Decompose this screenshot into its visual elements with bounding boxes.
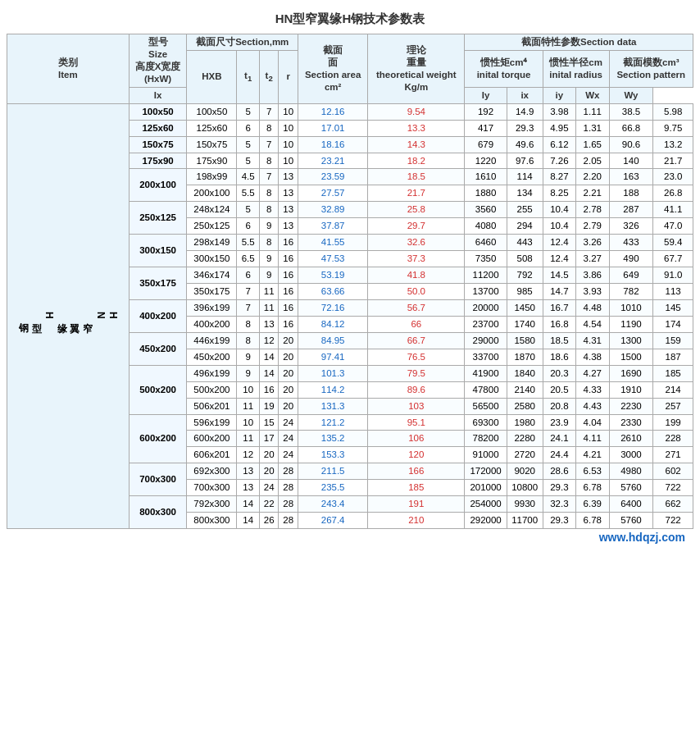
ix-value: 4.95	[543, 120, 575, 136]
ix-value: 20.3	[543, 365, 575, 381]
t2-value: 14	[259, 349, 279, 365]
t1-value: 7	[237, 299, 259, 316]
size-group-label: 175x90	[129, 153, 187, 169]
Wy-value: 257	[653, 398, 693, 414]
size-group-label: 200x100	[129, 169, 187, 202]
iy-value: 2.79	[576, 218, 609, 235]
Iy-value: 97.6	[507, 153, 543, 169]
ix-value: 12.4	[543, 251, 575, 267]
Wx-value: 2610	[609, 431, 653, 447]
r-value: 28	[279, 463, 298, 480]
section-area-value: 47.53	[298, 251, 368, 267]
r-value: 16	[279, 316, 298, 332]
Wy-value: 26.8	[653, 185, 693, 202]
iy-value: 4.48	[576, 299, 609, 316]
Wx-value: 5760	[609, 513, 653, 529]
weight-value: 37.3	[368, 251, 465, 267]
r-value: 24	[279, 447, 298, 463]
ix-value: 18.5	[543, 332, 575, 349]
iy-value: 6.78	[576, 513, 609, 529]
weight-value: 14.3	[368, 136, 465, 153]
size-group-label: 600x200	[129, 414, 187, 463]
t1-value: 8	[237, 332, 259, 349]
Wy-value: 662	[653, 496, 693, 513]
ix-value: 24.1	[543, 431, 575, 447]
section-area-value: 18.16	[298, 136, 368, 153]
r-value: 13	[279, 169, 298, 185]
t2-value: 9	[259, 251, 279, 267]
t2-value: 16	[259, 381, 279, 398]
iy-value: 1.65	[576, 136, 609, 153]
Ix-value: 172000	[465, 463, 507, 480]
weight-value: 29.7	[368, 218, 465, 235]
iy-value: 4.31	[576, 332, 609, 349]
weight-value: 32.6	[368, 235, 465, 251]
t2-value: 8	[259, 153, 279, 169]
t1-value: 10	[237, 381, 259, 398]
size-group-label: 250x125	[129, 202, 187, 235]
Iy-value: 294	[507, 218, 543, 235]
ix-value: 6.12	[543, 136, 575, 153]
size-group-label: 350x175	[129, 267, 187, 300]
Wx-value: 326	[609, 218, 653, 235]
section-area-value: 84.95	[298, 332, 368, 349]
section-area-value: 267.4	[298, 513, 368, 529]
r-value: 16	[279, 299, 298, 316]
Iy-value: 792	[507, 267, 543, 284]
r-value: 24	[279, 414, 298, 431]
r-value: 28	[279, 480, 298, 496]
weight-value: 191	[368, 496, 465, 513]
Wy-value: 91.0	[653, 267, 693, 284]
Wx-value: 1910	[609, 381, 653, 398]
Wy-value: 113	[653, 284, 693, 300]
t2-value: 20	[259, 447, 279, 463]
hxb-value: 692x300	[187, 463, 237, 480]
t2-value: 14	[259, 365, 279, 381]
Ix-value: 69300	[465, 414, 507, 431]
header-Wy: Wy	[609, 87, 653, 103]
Wy-value: 722	[653, 513, 693, 529]
iy-value: 4.33	[576, 381, 609, 398]
size-group-label: 450x200	[129, 332, 187, 365]
Iy-value: 2720	[507, 447, 543, 463]
ix-value: 3.98	[543, 103, 575, 120]
header-size-label: 型号Size高度X宽度(HxW)	[129, 34, 187, 88]
iy-value: 6.53	[576, 463, 609, 480]
Ix-value: 29000	[465, 332, 507, 349]
iy-value: 4.27	[576, 365, 609, 381]
Iy-value: 1870	[507, 349, 543, 365]
t2-value: 8	[259, 185, 279, 202]
ix-value: 14.5	[543, 267, 575, 284]
ix-value: 10.4	[543, 202, 575, 218]
iy-value: 3.27	[576, 251, 609, 267]
Wx-value: 1190	[609, 316, 653, 332]
Iy-value: 1840	[507, 365, 543, 381]
ix-value: 8.27	[543, 169, 575, 185]
section-area-value: 17.01	[298, 120, 368, 136]
Iy-value: 14.9	[507, 103, 543, 120]
t1-value: 5.5	[237, 185, 259, 202]
Wy-value: 228	[653, 431, 693, 447]
Wy-value: 9.75	[653, 120, 693, 136]
ix-value: 32.3	[543, 496, 575, 513]
hxb-value: 800x300	[187, 513, 237, 529]
weight-value: 9.54	[368, 103, 465, 120]
iy-value: 2.21	[576, 185, 609, 202]
table-body: HN窄翼缘H型钢100x50100x50571012.169.5419214.9…	[7, 103, 693, 528]
Ix-value: 3560	[465, 202, 507, 218]
Iy-value: 134	[507, 185, 543, 202]
Iy-value: 255	[507, 202, 543, 218]
Iy-value: 29.3	[507, 120, 543, 136]
weight-value: 106	[368, 431, 465, 447]
weight-value: 18.2	[368, 153, 465, 169]
iy-value: 4.54	[576, 316, 609, 332]
Iy-value: 10800	[507, 480, 543, 496]
r-value: 16	[279, 251, 298, 267]
Iy-value: 9930	[507, 496, 543, 513]
r-value: 16	[279, 235, 298, 251]
Wy-value: 187	[653, 349, 693, 365]
Wx-value: 1300	[609, 332, 653, 349]
section-area-value: 41.55	[298, 235, 368, 251]
size-group-label: 700x300	[129, 463, 187, 496]
r-value: 24	[279, 431, 298, 447]
